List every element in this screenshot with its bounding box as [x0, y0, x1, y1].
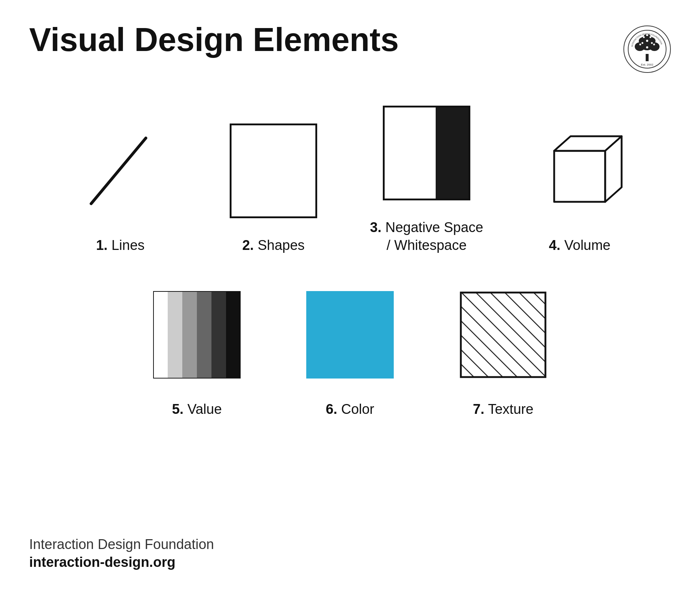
element-name-volume: Volume	[564, 238, 611, 253]
svg-point-14	[651, 42, 653, 44]
element-label-lines: 1. Lines	[96, 236, 144, 254]
element-number-6: 6.	[326, 401, 337, 417]
elements-row-2: 5. Value 6. Color	[29, 284, 671, 418]
svg-line-19	[91, 138, 146, 204]
color-visual	[299, 284, 401, 386]
value-visual	[146, 284, 248, 386]
svg-rect-33	[461, 293, 545, 377]
footer-url: interaction-design.org	[29, 554, 214, 570]
texture-visual	[452, 284, 554, 386]
element-number-4: 4.	[549, 238, 560, 253]
element-label-volume: 4. Volume	[549, 236, 610, 254]
lines-visual	[69, 120, 171, 222]
element-number-2: 2.	[242, 238, 254, 253]
elements-row-1: 1. Lines 2. Shapes 3.	[29, 102, 671, 255]
svg-rect-1	[646, 54, 649, 61]
element-negative-space: 3. Negative Space/ Whitespace	[350, 102, 503, 255]
svg-text:Est. 2002: Est. 2002	[641, 63, 653, 66]
element-value: 5. Value	[120, 284, 273, 418]
neg-white-area	[385, 107, 436, 199]
svg-rect-28	[211, 291, 226, 379]
svg-point-16	[646, 46, 648, 48]
page-container: Visual Design Elements	[0, 0, 700, 592]
element-color: 6. Color	[273, 284, 427, 418]
negative-space-illustration	[383, 106, 470, 200]
color-square-illustration	[306, 291, 394, 379]
element-lines: 1. Lines	[44, 120, 197, 254]
footer-org-name: Interaction Design Foundation	[29, 537, 214, 552]
neg-black-area	[436, 107, 468, 199]
element-label-value: 5. Value	[172, 400, 222, 418]
logo-circle: Est. 2002 INTERACTION DESIGN FOUNDATION	[623, 26, 671, 73]
element-shapes: 2. Shapes	[197, 120, 350, 254]
page-title: Visual Design Elements	[29, 22, 399, 58]
svg-rect-29	[226, 291, 241, 379]
svg-point-10	[650, 36, 652, 38]
svg-point-9	[643, 36, 645, 38]
svg-rect-24	[153, 291, 168, 379]
element-number-7: 7.	[473, 401, 485, 417]
svg-point-15	[646, 40, 648, 42]
element-number-5: 5.	[172, 401, 184, 417]
value-illustration	[153, 291, 241, 379]
svg-point-11	[639, 44, 641, 46]
element-name-negative-space: Negative Space/ Whitespace	[385, 220, 483, 253]
element-label-negative-space: 3. Negative Space/ Whitespace	[370, 219, 483, 255]
element-volume: 4. Volume	[503, 120, 656, 254]
shapes-visual	[222, 120, 324, 222]
volume-illustration	[532, 125, 627, 216]
element-label-color: 6. Color	[326, 400, 374, 418]
element-name-shapes: Shapes	[258, 238, 305, 253]
svg-rect-26	[182, 291, 197, 379]
element-name-color: Color	[341, 401, 374, 417]
element-number-1: 1.	[96, 238, 108, 253]
element-label-shapes: 2. Shapes	[242, 236, 304, 254]
negative-space-visual	[376, 102, 478, 204]
element-number-3: 3.	[370, 220, 382, 235]
svg-rect-27	[197, 291, 211, 379]
element-name-texture: Texture	[488, 401, 533, 417]
shape-square-illustration	[230, 124, 317, 218]
line-illustration	[69, 120, 171, 222]
element-texture: 7. Texture	[427, 284, 580, 418]
svg-point-13	[642, 42, 643, 44]
svg-point-12	[653, 44, 655, 46]
volume-visual	[529, 120, 631, 222]
element-name-lines: Lines	[112, 238, 145, 253]
footer: Interaction Design Foundation interactio…	[29, 537, 214, 570]
header: Visual Design Elements	[29, 22, 671, 73]
element-label-texture: 7. Texture	[473, 400, 533, 418]
element-name-value: Value	[187, 401, 222, 417]
idf-logo-icon: Est. 2002 INTERACTION DESIGN FOUNDATION	[627, 29, 667, 69]
texture-illustration	[459, 291, 547, 379]
svg-rect-25	[168, 291, 182, 379]
svg-marker-20	[554, 151, 605, 202]
